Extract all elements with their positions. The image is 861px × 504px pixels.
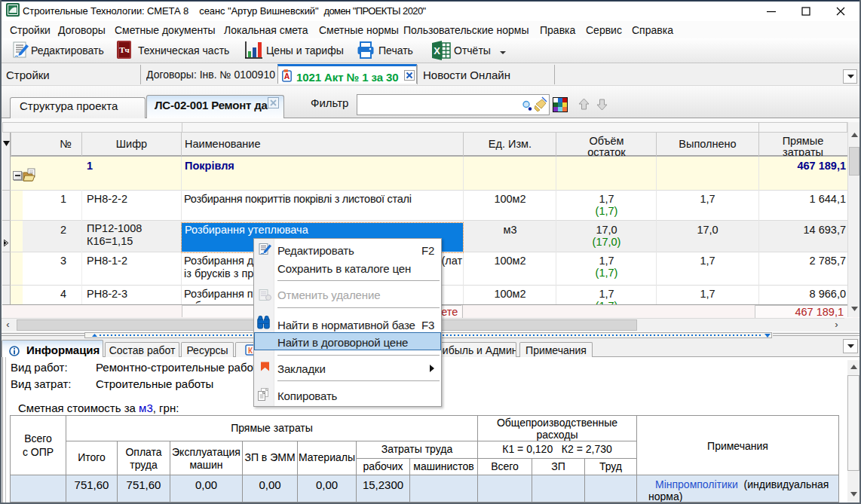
svg-text:Тч: Тч <box>119 45 130 54</box>
svg-text:X: X <box>434 45 440 57</box>
svg-text:А: А <box>284 72 290 81</box>
svg-text:К: К <box>248 347 253 355</box>
